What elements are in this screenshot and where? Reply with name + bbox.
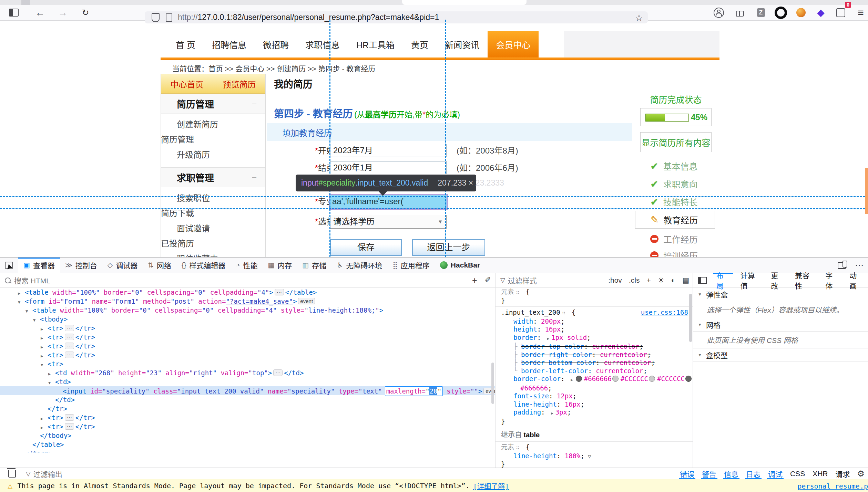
color-swatch[interactable] xyxy=(612,376,619,382)
devtools-tab-HackBar[interactable]: HackBar xyxy=(435,258,485,273)
extension-badged-icon[interactable]: 0 xyxy=(834,5,848,20)
sidebar-item[interactable]: 已投简历 xyxy=(161,236,206,251)
sidebar-item[interactable]: 面试邀请 xyxy=(177,221,222,236)
ellipsis-badge[interactable]: ⋯ xyxy=(65,334,74,340)
back-button[interactable]: 返回上一步 xyxy=(412,239,485,256)
extension-z-icon[interactable]: Z xyxy=(754,5,768,20)
devtools-tab-控制台[interactable]: ≫控制台 xyxy=(60,258,102,273)
css-declaration[interactable]: padding: ▶3px; xyxy=(496,408,693,418)
show-all-button[interactable]: 显示简历所有内容 xyxy=(640,132,712,152)
tree-line[interactable]: </form> xyxy=(0,449,495,452)
pick-element-icon[interactable] xyxy=(0,258,18,273)
css-declaration[interactable]: line-height: 180%;▽ xyxy=(496,452,693,461)
sidebar-item[interactable]: 搜索职位 xyxy=(177,191,222,206)
add-node-icon[interactable]: + xyxy=(472,275,477,285)
tree-line[interactable]: ▶<tr>⋯</tr> xyxy=(0,333,495,342)
nav-item[interactable]: 求职信息 xyxy=(297,31,348,57)
panel-splitter[interactable] xyxy=(693,273,693,468)
ellipsis-badge[interactable]: ⋯ xyxy=(65,423,74,430)
nav-item[interactable]: 黄页 xyxy=(403,31,437,57)
eyedropper-icon[interactable]: ✐ xyxy=(485,275,491,285)
layout-tab-计算值[interactable]: 计算值 xyxy=(735,273,766,288)
url-bar[interactable]: http://127.0.0.1:82/user/personal/person… xyxy=(145,11,648,23)
tree-line[interactable]: ▶<tr>⋯</tr> xyxy=(0,413,495,422)
css-rule-line[interactable]: } xyxy=(496,297,693,305)
console-filter-日志[interactable]: 日志 xyxy=(742,468,764,479)
collapse-sidebar-icon[interactable] xyxy=(698,277,707,284)
sidebar-item[interactable]: 创建新简历 xyxy=(177,117,222,132)
responsive-mode-icon[interactable] xyxy=(838,262,846,269)
shield-icon[interactable] xyxy=(152,13,160,22)
expand-arrow-icon[interactable]: ▶ xyxy=(571,376,573,384)
sidebar-tab-preview-resume[interactable]: 预览简历 xyxy=(213,74,265,93)
url-text[interactable]: http://127.0.0.1:82/user/personal/person… xyxy=(178,13,439,22)
nav-item[interactable]: HR工具箱 xyxy=(348,31,403,57)
save-button[interactable]: 保存 xyxy=(330,239,402,256)
end-date-input[interactable]: 2030年1月 xyxy=(330,161,447,174)
account-icon[interactable] xyxy=(712,5,726,20)
learn-more-link[interactable]: [详细了解] xyxy=(473,481,509,491)
foxyproxy-icon[interactable] xyxy=(794,5,808,20)
twisty-icon[interactable]: ▼ xyxy=(33,316,40,325)
console-filter-XHR[interactable]: XHR xyxy=(809,468,831,479)
ellipsis-badge[interactable]: ⋯ xyxy=(65,414,74,421)
console-filter-错误[interactable]: 错误 xyxy=(676,468,698,479)
devtools-tab-内存[interactable]: ▦内存 xyxy=(263,258,297,273)
html-search-input[interactable]: 搜索 HTML xyxy=(14,275,50,285)
pseudo-hov-toggle[interactable]: :hov xyxy=(608,276,622,284)
console-filter-警告[interactable]: 警告 xyxy=(698,468,720,479)
start-date-input[interactable]: 2023年7月 xyxy=(330,144,447,157)
css-declaration[interactable]: └border-left-color: currentcolor; xyxy=(496,367,693,375)
nav-item[interactable]: 新闻资讯 xyxy=(437,31,488,57)
bookmark-star-icon[interactable]: ☆ xyxy=(635,13,643,23)
layout-tab-动画[interactable]: 动画 xyxy=(844,273,868,288)
console-filter-CSS[interactable]: CSS xyxy=(786,468,809,479)
tree-line[interactable]: </table> xyxy=(0,440,495,449)
boxmodel-section-header[interactable]: ▼盒模型 xyxy=(693,348,868,362)
tree-line[interactable]: </tr> xyxy=(0,404,495,413)
status-item[interactable]: ✎教育经历 xyxy=(635,211,715,229)
print-sim-icon[interactable]: ▤ xyxy=(682,276,689,284)
tree-line[interactable]: </tbody> xyxy=(0,431,495,440)
css-rule-line[interactable]: } xyxy=(496,460,693,468)
warning-source-link[interactable]: personal_resume.p xyxy=(797,479,868,492)
devtools-tab-性能[interactable]: ◔性能 xyxy=(231,258,263,273)
ellipsis-badge[interactable]: ⋯ xyxy=(65,352,74,358)
dark-theme-icon[interactable]: ◐ xyxy=(671,276,675,284)
css-declaration[interactable]: border-color: ▶#666666#CCCCCC#CCCCCC xyxy=(496,375,693,384)
tree-line[interactable]: ▼<form id="Form1" name="Form1" method="p… xyxy=(0,297,495,306)
rule-grid-icon[interactable]: ∷ xyxy=(562,309,566,317)
expand-arrow-icon[interactable]: ▶ xyxy=(547,335,550,343)
tree-line[interactable]: ▶<tr>⋯</tr> xyxy=(0,422,495,431)
css-declaration[interactable]: ├border-bottom-color: currentcolor; xyxy=(496,359,693,367)
css-rule-line[interactable]: 元素∷ { xyxy=(496,443,693,452)
console-filter-信息[interactable]: 信息 xyxy=(720,468,742,479)
css-declaration[interactable]: #666666; xyxy=(496,384,693,392)
devtools-tab-调试器[interactable]: ◇调试器 xyxy=(102,258,143,273)
devtools-tab-网络[interactable]: ⇅网络 xyxy=(143,258,176,273)
reload-icon[interactable]: ↻ xyxy=(79,5,92,20)
css-declaration[interactable]: border: ▶1px solid; xyxy=(496,334,693,343)
nav-item[interactable]: 会员中心 xyxy=(488,31,539,57)
sidebar-item[interactable]: 简历管理 xyxy=(161,132,206,147)
sidebar-tab-center-home[interactable]: 中心首页 xyxy=(161,74,213,93)
devtools-tab-样式编辑器[interactable]: {}样式编辑器 xyxy=(176,258,231,273)
sidebar-item[interactable]: 升级简历 xyxy=(177,147,222,163)
layout-tab-字体[interactable]: 字体 xyxy=(820,273,844,288)
panel-splitter[interactable] xyxy=(495,273,496,468)
ellipsis-badge[interactable]: ⋯ xyxy=(273,369,283,376)
nav-item[interactable]: 招聘信息 xyxy=(204,31,255,57)
add-rule-icon[interactable]: + xyxy=(646,276,651,284)
nav-item[interactable]: 微招聘 xyxy=(255,31,297,57)
light-theme-icon[interactable]: ☀ xyxy=(658,276,664,284)
forward-icon[interactable]: → xyxy=(56,5,70,20)
ellipsis-badge[interactable]: ⋯ xyxy=(65,343,74,349)
color-swatch[interactable] xyxy=(649,376,655,382)
nav-item[interactable]: 首 页 xyxy=(167,31,204,57)
gear-icon[interactable]: ⚙ xyxy=(857,469,865,479)
status-item[interactable]: ✔基本信息 xyxy=(635,157,715,175)
expand-arrow-icon[interactable]: ▶ xyxy=(551,409,553,418)
sidebar-section-header[interactable]: 简历管理‒ xyxy=(161,94,265,114)
css-rule-line[interactable]: 元素∷ { xyxy=(496,288,693,297)
ellipsis-badge[interactable]: ⋯ xyxy=(65,325,74,331)
